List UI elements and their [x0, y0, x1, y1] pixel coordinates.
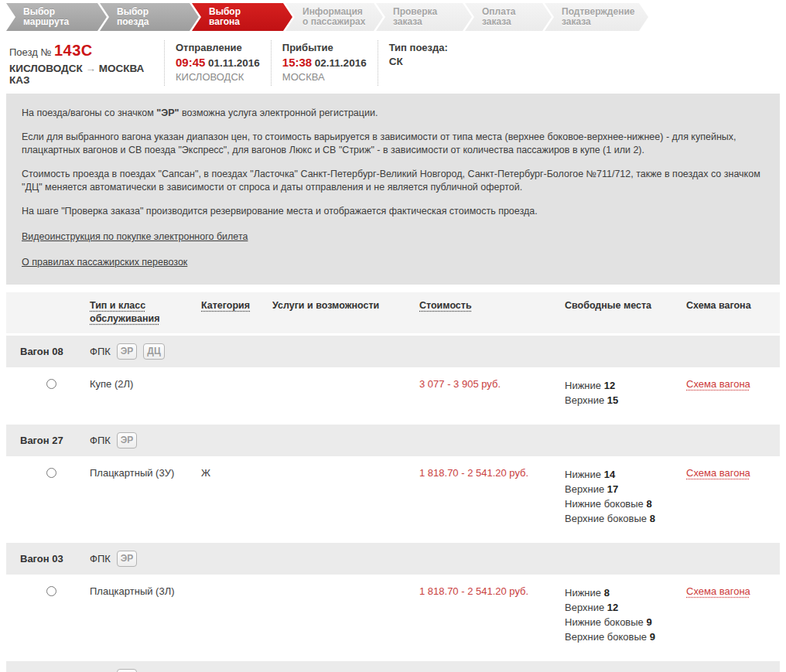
carrier-cell: ФПК ЭР [90, 669, 419, 672]
car-class-row: Плацкартный (3Л) 1 818.70 - 2 541.20 руб… [6, 575, 780, 660]
vagon-header-row: Вагон 27 ФПК ЭР [6, 425, 780, 456]
car-class-name: Плацкартный (3У) [90, 467, 201, 479]
er-badge[interactable]: ЭР [117, 343, 138, 360]
departure-station: КИСЛОВОДСК [176, 71, 260, 83]
vagon-header-row: Вагон 03 ФПК ЭР [6, 543, 780, 575]
free-seats-cell: Нижние 14 Верхние 17 Нижние боковые 8 Ве… [565, 467, 686, 526]
arrival-time: 15:38 [282, 56, 312, 69]
step-car-select[interactable]: Выбор вагона [192, 3, 292, 31]
video-instruction-link[interactable]: Видеоинструкция по покупке электронного … [22, 230, 248, 244]
step-label: заказа [562, 17, 644, 27]
departure-label: Отправление [176, 42, 260, 53]
car-scheme-link[interactable]: Схема вагона [686, 378, 750, 390]
table-header-row: Тип и класс обслуживания Категория Услуг… [6, 292, 780, 333]
carrier-cell: ФПК ЭР [90, 432, 419, 449]
train-route: КИСЛОВОДСК → МОСКВА КАЗ [9, 63, 153, 86]
header-category: Категория [201, 299, 272, 312]
departure-block: Отправление 09:45 01.11.2016 КИСЛОВОДСК [164, 40, 271, 86]
train-number-label: Поезд № [9, 46, 51, 58]
er-badge[interactable]: ЭР [117, 432, 138, 449]
train-type-label: Тип поезда: [389, 42, 448, 53]
arrival-block: Прибытие 15:38 02.11.2016 МОСКВА [271, 40, 378, 86]
step-label: заказа [482, 17, 547, 27]
free-seats-cell: Нижние 8 Верхние 12 Нижние боковые 9 Вер… [565, 585, 686, 644]
notice-box: На поезда/вагоны со значком "ЭР" возможн… [6, 94, 780, 285]
step-order-check: Проверка заказа [376, 3, 472, 31]
car-class-name: Плацкартный (3Л) [90, 585, 201, 597]
vagon-header-row: Вагон 29 ФПК ЭР [6, 661, 780, 672]
route-from: КИСЛОВОДСК [9, 63, 83, 74]
header-type-class: Тип и класс обслуживания [90, 299, 201, 326]
header-scheme: Схема вагона [686, 299, 780, 312]
notice-order-check: На шаге "Проверка заказа" производится р… [22, 205, 763, 218]
step-label: вагона [209, 17, 288, 27]
car-class-name: Купе (2Л) [90, 378, 201, 390]
passenger-rules-link[interactable]: О правилах пассажирских перевозок [22, 256, 187, 269]
route-arrow-icon: → [85, 63, 96, 74]
arrival-station: МОСКВА [282, 71, 367, 83]
step-train-select[interactable]: Выбор поезда [100, 3, 199, 31]
arrival-label: Прибытие [282, 42, 367, 53]
car-class-radio[interactable] [46, 468, 56, 478]
car-price: 3 077 - 3 905 руб. [419, 378, 565, 390]
header-free-seats: Свободные места [565, 299, 686, 312]
carrier-name: ФПК [90, 346, 111, 357]
notice-dynamic-pricing: Стоимость проезда в поездах "Сапсан", в … [22, 168, 763, 194]
step-label: заказа [393, 17, 467, 27]
carrier-cell: ФПК ЭР [90, 551, 419, 567]
free-seats-cell: Нижние 12 Верхние 15 [565, 378, 686, 408]
step-label: о пассажирах [302, 17, 378, 27]
notice-er: На поезда/вагоны со значком "ЭР" возможн… [22, 107, 763, 120]
carrier-name: ФПК [90, 435, 111, 446]
header-price: Стоимость [419, 299, 565, 312]
arrival-date: 02.11.2016 [315, 57, 367, 69]
departure-date: 01.11.2016 [208, 57, 260, 69]
train-type-value: СК [389, 56, 448, 67]
notice-price-range: Если для выбранного вагона указан диапаз… [22, 131, 763, 157]
er-badge[interactable]: ЭР [117, 669, 138, 672]
car-price: 1 818.70 - 2 541.20 руб. [419, 585, 565, 597]
departure-time: 09:45 [176, 56, 205, 69]
vagon-number: Вагон 27 [6, 435, 90, 446]
carrier-cell: ФПК ЭР ДЦ [90, 343, 419, 360]
car-class-row: Плацкартный (3У) Ж 1 818.70 - 2 541.20 р… [6, 456, 780, 541]
header-services: Услуги и возможности [272, 299, 419, 312]
step-confirmation: Подтверждение заказа [545, 3, 648, 31]
train-info-bar: Поезд № 143С КИСЛОВОДСК → МОСКВА КАЗ Отп… [6, 37, 780, 94]
vagon-header-row: Вагон 08 ФПК ЭР ДЦ [6, 336, 780, 367]
dc-badge[interactable]: ДЦ [143, 343, 164, 360]
train-number: 143С [54, 42, 93, 59]
car-class-row: Купе (2Л) 3 077 - 3 905 руб. Нижние 12 В… [6, 367, 780, 423]
car-class-radio[interactable] [46, 586, 56, 596]
step-route-select[interactable]: Выбор маршрута [6, 3, 107, 31]
step-label: маршрута [23, 17, 102, 27]
car-class-radio[interactable] [46, 379, 56, 389]
breadcrumb: Выбор маршрута Выбор поезда Выбор вагона… [6, 3, 780, 31]
train-type-block: Тип поезда: СК [378, 40, 459, 86]
carrier-name: ФПК [90, 553, 111, 565]
car-price: 1 818.70 - 2 541.20 руб. [419, 467, 565, 479]
car-category: Ж [201, 467, 272, 479]
er-badge[interactable]: ЭР [117, 551, 138, 567]
step-payment: Оплата заказа [465, 3, 552, 31]
step-passenger-info: Информация о пассажирах [285, 3, 383, 31]
cars-table: Тип и класс обслуживания Категория Услуг… [6, 292, 780, 672]
vagon-number: Вагон 08 [6, 346, 90, 357]
car-scheme-link[interactable]: Схема вагона [686, 467, 750, 479]
train-number-block: Поезд № 143С КИСЛОВОДСК → МОСКВА КАЗ [9, 40, 164, 86]
car-scheme-link[interactable]: Схема вагона [686, 585, 750, 597]
vagon-number: Вагон 03 [6, 553, 90, 565]
step-label: поезда [117, 17, 194, 27]
